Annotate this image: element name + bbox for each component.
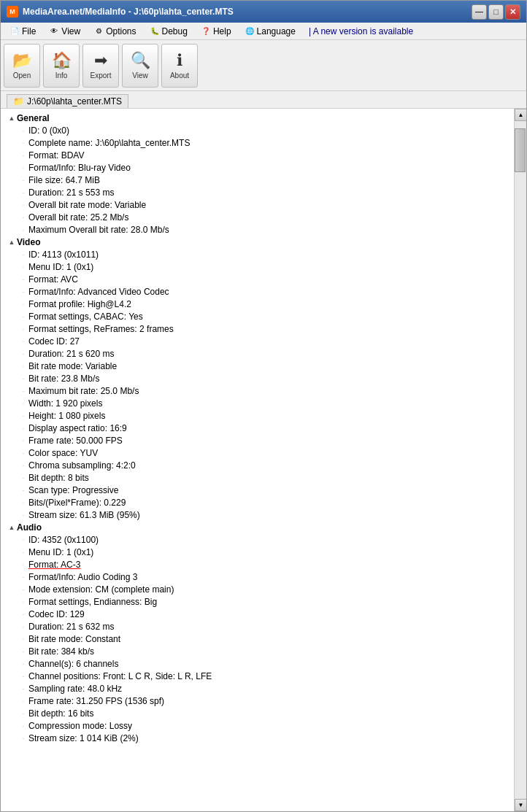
tree-label: Codec ID: 27 (28, 336, 80, 347)
menu-options-label: Options (106, 26, 136, 36)
tree-label: Duration: 21 s 620 ms (28, 349, 114, 359)
tree-label: Duration: 21 s 553 ms (28, 187, 114, 198)
tree-label: Scan type: Progressive (28, 485, 118, 495)
tree-toggle-placeholder: · (18, 262, 28, 272)
scroll-up-arrow[interactable]: ▲ (515, 109, 526, 121)
main-window: M MediaArea.net/MediaInfo - J:\60p\lahta… (0, 0, 527, 812)
tree-row: ·Channel(s): 6 channels (1, 657, 514, 670)
toolbar-info[interactable]: 🏠 Info (43, 44, 80, 88)
toolbar-open-label: Open (13, 71, 31, 80)
tree-label: Bit rate: 23.8 Mb/s (28, 374, 99, 384)
toolbar-about-label: About (170, 71, 189, 80)
tree-row: ·Format: AC-3 (1, 558, 514, 571)
tree-label: Format: BDAV (28, 150, 84, 161)
tree-toggle-placeholder: · (18, 646, 28, 657)
tree-toggle-placeholder: · (18, 175, 28, 185)
close-button[interactable]: ✕ (505, 4, 520, 20)
tree-row: ·Height: 1 080 pixels (1, 409, 514, 422)
tree-toggle[interactable]: ▲ (7, 237, 17, 247)
scroll-track[interactable] (515, 121, 526, 799)
menu-bar: 📄 File 👁 View ⚙ Options 🐛 Debug ❓ Help 🌐… (1, 23, 526, 40)
tree-toggle-placeholder: · (18, 597, 28, 607)
tree-label: Format settings, Endianness: Big (28, 597, 157, 607)
tree-toggle-placeholder: · (18, 436, 28, 446)
tree-toggle-placeholder: · (18, 659, 28, 669)
scroll-down-arrow[interactable]: ▼ (515, 799, 526, 811)
tree-label: Bit rate: 384 kb/s (28, 646, 94, 657)
tree-row: ·Format profile: High@L4.2 (1, 298, 514, 310)
toolbar-open[interactable]: 📂 Open (4, 44, 40, 88)
scroll-thumb[interactable] (515, 128, 526, 172)
tree-label: File size: 64.7 MiB (28, 175, 100, 185)
menu-help-label: Help (213, 26, 231, 36)
tree-toggle-placeholder: · (18, 696, 28, 706)
path-bar: 📁 J:\60p\lahta_center.MTS (1, 91, 526, 109)
tree-row: ·ID: 0 (0x0) (1, 124, 514, 136)
tree-row: ·ID: 4113 (0x1011) (1, 248, 514, 260)
toolbar-view[interactable]: 🔍 View (122, 44, 158, 88)
tree-label: Frame rate: 31.250 FPS (1536 spf) (28, 696, 164, 706)
tree-row: ·Codec ID: 27 (1, 335, 514, 347)
path-tab[interactable]: 📁 J:\60p\lahta_center.MTS (7, 94, 128, 108)
tree-row: ·Sampling rate: 48.0 kHz (1, 682, 514, 695)
tree-row: ·Bits/(Pixel*Frame): 0.229 (1, 496, 514, 509)
menu-file-label: File (22, 26, 36, 36)
toolbar-info-label: Info (55, 71, 68, 80)
minimize-button[interactable]: — (472, 4, 487, 20)
tree-label: Codec ID: 129 (28, 609, 85, 619)
tree-label: Bit depth: 16 bits (28, 708, 93, 719)
menu-language[interactable]: 🌐 Language (239, 24, 301, 39)
tree-label: Bit rate mode: Variable (28, 361, 117, 371)
menu-debug[interactable]: 🐛 Debug (144, 24, 193, 39)
view-menu-icon: 👁 (49, 26, 59, 36)
menu-view-label: View (61, 26, 80, 36)
tree-panel[interactable]: ▲General·ID: 0 (0x0)·Complete name: J:\6… (1, 109, 514, 811)
tree-toggle-placeholder: · (18, 547, 28, 557)
tree-label: Duration: 21 s 632 ms (28, 622, 114, 632)
menu-help[interactable]: ❓ Help (195, 24, 237, 39)
tree-toggle-placeholder: · (18, 510, 28, 520)
tree-label: Format/Info: Audio Coding 3 (28, 572, 137, 582)
tree-toggle-placeholder: · (18, 411, 28, 421)
tree-toggle-placeholder: · (18, 423, 28, 433)
tree-row: ·Format: BDAV (1, 149, 514, 161)
maximize-button[interactable]: □ (488, 4, 504, 20)
tree-row: ·Scan type: Progressive (1, 484, 514, 496)
tree-label: Stream size: 61.3 MiB (95%) (28, 510, 140, 520)
tree-row: ·Frame rate: 50.000 FPS (1, 434, 514, 446)
tree-toggle-placeholder: · (18, 584, 28, 595)
scrollbar[interactable]: ▲ ▼ (514, 109, 526, 811)
tree-label: Menu ID: 1 (0x1) (28, 262, 93, 272)
tree-label: Chroma subsampling: 4:2:0 (28, 460, 136, 471)
tree-toggle-placeholder: · (18, 535, 28, 545)
menu-file[interactable]: 📄 File (4, 24, 42, 39)
tree-row: ▲Video (1, 236, 514, 248)
tree-row: ·Compression mode: Lossy (1, 719, 514, 732)
content-area: ▲General·ID: 0 (0x0)·Complete name: J:\6… (1, 109, 526, 811)
path-tab-label: J:\60p\lahta_center.MTS (27, 96, 122, 107)
menu-debug-label: Debug (162, 26, 188, 36)
tree-toggle-placeholder: · (18, 274, 28, 285)
menu-view[interactable]: 👁 View (43, 24, 86, 39)
tree-label: Format profile: High@L4.2 (28, 299, 131, 309)
toolbar-about[interactable]: ℹ About (161, 44, 198, 88)
menu-options[interactable]: ⚙ Options (88, 24, 142, 39)
info-icon: 🏠 (52, 51, 72, 70)
tree-toggle-placeholder: · (18, 361, 28, 371)
tree-row: ·Bit rate: 384 kb/s (1, 645, 514, 657)
tree-toggle[interactable]: ▲ (7, 522, 17, 533)
tree-row: ·Bit rate: 23.8 Mb/s (1, 372, 514, 384)
toolbar-view-label: View (132, 71, 148, 80)
tree-row: ·Duration: 21 s 632 ms (1, 620, 514, 633)
tree-label: Width: 1 920 pixels (28, 398, 102, 409)
tree-label: Bit rate mode: Constant (28, 634, 120, 644)
tree-label: Overall bit rate mode: Variable (28, 200, 146, 210)
tree-toggle[interactable]: ▲ (7, 113, 17, 123)
toolbar-export[interactable]: ➡ Export (82, 44, 119, 88)
toolbar: 📂 Open 🏠 Info ➡ Export 🔍 View ℹ About (1, 40, 526, 91)
tree-toggle-placeholder: · (18, 622, 28, 632)
tree-toggle-placeholder: · (18, 560, 28, 570)
tree-toggle-placeholder: · (18, 708, 28, 719)
tree-label: Display aspect ratio: 16:9 (28, 423, 127, 433)
options-menu-icon: ⚙ (93, 26, 104, 36)
